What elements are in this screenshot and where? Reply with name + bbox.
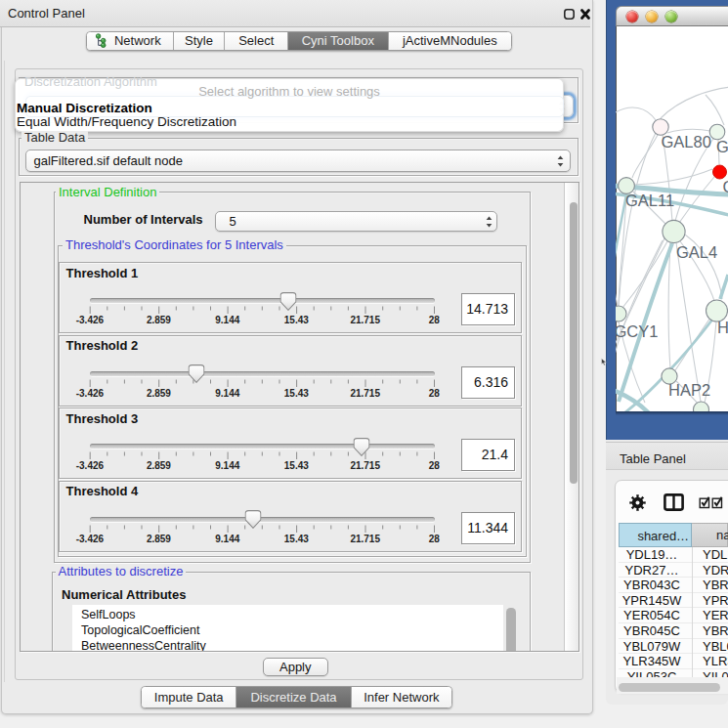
svg-text:GAL11: GAL11 <box>625 192 674 209</box>
svg-text:C: C <box>723 178 728 195</box>
svg-text:GAL80: GAL80 <box>662 133 711 150</box>
svg-text:H: H <box>717 319 728 336</box>
svg-text:HAP2: HAP2 <box>668 381 710 399</box>
svg-text:GCY1: GCY1 <box>616 322 658 340</box>
svg-text:GAL4: GAL4 <box>676 243 717 261</box>
svg-text:GAL: GAL <box>716 138 728 155</box>
